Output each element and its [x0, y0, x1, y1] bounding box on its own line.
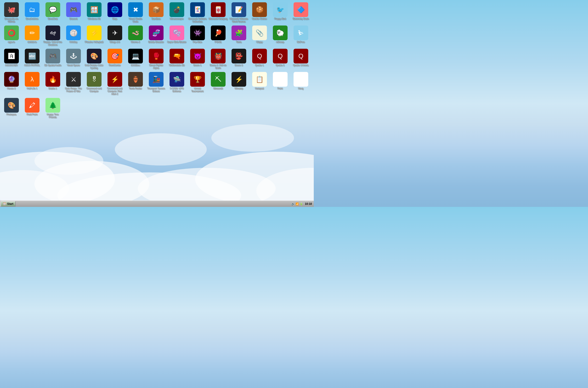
icon-cnc[interactable]: 🎖Command and Conquer — [84, 71, 105, 97]
icon-label-biolab: Biolab Disaster — [148, 41, 164, 44]
icon-img-photopea: 🎨 — [4, 98, 19, 113]
icon-pikachu[interactable]: ⚡Pikachu Volleyball — [84, 24, 105, 48]
icon-img-minesweeper: 💣 — [170, 2, 184, 17]
icon-htf[interactable]: 🌲Happy Tree Friends — [43, 97, 63, 120]
icon-img-hexen2: 🔮 — [4, 72, 19, 87]
icon-notepad[interactable]: 📋Notepad — [249, 71, 270, 97]
icon-98js[interactable]: 🌐98.js — [105, 1, 125, 24]
icon-geometry-dash[interactable]: 🔷Geometry Dash — [291, 1, 311, 24]
icon-cookie-clicker[interactable]: 🍪Cookie Clicker — [249, 1, 270, 24]
icon-pong[interactable]: 🏓PONG — [208, 24, 228, 48]
icon-label-notepad: Notepad — [255, 87, 264, 90]
icon-img-clippy: 📎 — [252, 25, 267, 40]
icon-img-voxel: 🕹 — [66, 49, 81, 63]
icon-raptor[interactable]: 🛩Raptor: Call of the Shadows — [43, 24, 63, 48]
icon-img-ascii-patrol: 🔤 — [25, 49, 40, 63]
icon-biolab[interactable]: 🧬Biolab Disaster — [146, 24, 166, 48]
icon-unreal[interactable]: 🏆Unreal Tournament — [187, 71, 208, 97]
icon-label-emupedia-github: Emupedia on GitHub — [2, 18, 21, 23]
icon-label-tomb-raider: Tomb Raider — [129, 87, 142, 90]
icon-label-3d-audio: 3D Spatial Audio — [44, 64, 61, 67]
icon-label-diablo: Diablo 1 — [49, 87, 57, 90]
icon-xcom[interactable]: 🛸X-COM: UFO Defense — [166, 71, 187, 97]
icon-superblob[interactable]: 🫧Super Blob Blaster — [166, 24, 187, 48]
icon-skribbl[interactable]: ✏skribbl.io — [22, 24, 43, 48]
icon-hexen2[interactable]: 🔮Hexen 2 — [1, 71, 22, 97]
icon-voxel[interactable]: 🕹Voxel Space — [63, 48, 84, 71]
icon-emuchat[interactable]: 💬EmuChat — [43, 1, 63, 24]
icon-photopea[interactable]: 🎨Photopea — [1, 97, 22, 120]
icon-label-worms: Worms 2 — [131, 41, 140, 44]
icon-fluid-paint[interactable]: 🖍Fluid Paint — [22, 97, 43, 120]
icon-label-agar: agar.io — [8, 41, 15, 44]
icon-minecraft[interactable]: ⛏Minecraft — [208, 71, 228, 97]
icon-img-wings: ✈ — [108, 25, 122, 40]
icon-discord[interactable]: 🎮Discord — [63, 1, 84, 24]
icon-label-htf: Happy Tree Friends — [43, 113, 63, 119]
icon-tomb-raider[interactable]: 🏺Tomb Raider — [125, 71, 146, 97]
icon-doom3[interactable]: 👺Doom 3 — [228, 48, 249, 71]
icon-minesweeper[interactable]: 💣Minesweeper — [166, 1, 187, 24]
icon-wolfenstein[interactable]: 🔫Wolfenstein 3D — [166, 48, 187, 71]
icon-ascii-patrol[interactable]: 🔤ASCII PATROL — [22, 48, 43, 71]
icon-halflife[interactable]: λHalf-Life 1 — [22, 71, 43, 97]
icon-asciicker[interactable]: 🅰ASCIICKER — [1, 48, 22, 71]
icon-transport[interactable]: 🚂Transport Tycoon Deluxe — [146, 71, 166, 97]
icon-label-xcom: X-COM: UFO Defense — [167, 87, 186, 93]
start-button[interactable]: 🪟 Start — [0, 201, 16, 207]
icon-label-wolfenstein: Wolfenstein 3D — [169, 64, 185, 67]
icon-emupedia-github[interactable]: 🐙Emupedia on GitHub — [1, 1, 22, 24]
network-icon[interactable]: 📶 — [296, 202, 299, 205]
icon-label-emuchat: EmuChat — [48, 18, 58, 21]
icon-skifree[interactable]: ⛷SkiFree — [291, 24, 311, 48]
icon-street-fighter[interactable]: 🥊Street Fighter Alpha — [146, 48, 166, 71]
icon-img-asciicker: 🅰 — [4, 49, 19, 63]
icon-diablo[interactable]: 🔥Diablo 1 — [43, 71, 63, 97]
icon-label-asciicker: ASCIICKER — [5, 64, 18, 67]
icon-quake2[interactable]: QQuake 2 — [270, 48, 291, 71]
speaker-icon[interactable]: 🔊 — [292, 202, 295, 205]
icon-dosbox[interactable]: 💻DOSBox — [125, 48, 146, 71]
icon-label-discord: Discord — [69, 18, 77, 21]
icon-img-sandbox: 📦 — [149, 2, 163, 17]
icon-pacman[interactable]: 👾Pac-Man — [187, 24, 208, 48]
icon-label-superblob: Super Blob Blaster — [167, 41, 186, 44]
icon-dark-reign[interactable]: ⚔Dark Reign: The Future of War — [63, 71, 84, 97]
icon-ms-word[interactable]: 📝Microsoft Ultimate Word Games — [228, 1, 249, 24]
icon-agar[interactable]: ⭕agar.io — [1, 24, 22, 48]
icon-img-romcenter: 🎯 — [108, 49, 122, 63]
icon-wings[interactable]: ✈Wings 2.0 — [105, 24, 125, 48]
icon-8bit[interactable]: 🎨8-bit Palette Color Cycling — [84, 48, 105, 71]
icon-doom1[interactable]: 👿Doom 1 — [187, 48, 208, 71]
icon-worms[interactable]: 🪱Worms 2 — [125, 24, 146, 48]
icon-cnc2[interactable]: ⚡Command and Conquer: Red Alert 2 — [105, 71, 125, 97]
icon-clippy[interactable]: 📎Clippy — [249, 24, 270, 48]
icon-label-dark-reign: Dark Reign: The Future of War — [64, 87, 83, 93]
icon-ms-solitaire[interactable]: 🃏Microsoft Solitaire Collection — [187, 1, 208, 24]
battery-icon[interactable]: 🔋 — [300, 202, 303, 205]
icon-romcenter[interactable]: 🎯RomCenter — [105, 48, 125, 71]
icon-label-street-fighter: Street Fighter Alpha — [147, 64, 166, 70]
icon-img-winamp: ⚡ — [231, 72, 246, 87]
clock: 10:10 — [305, 202, 312, 205]
icon-img-pong: 🏓 — [211, 25, 226, 40]
icon-ms-mahjong[interactable]: 🀄Microsoft Mahjong — [208, 1, 228, 24]
icon-emuarchive[interactable]: 🗂EmuArchive — [22, 1, 43, 24]
icon-quake3[interactable]: QQuake 3 Arena — [291, 48, 311, 71]
icon-label-8bit: 8-bit Palette Color Cycling — [85, 64, 104, 70]
icon-tetris[interactable]: 🧩Tetris — [228, 24, 249, 48]
icon-nvolley[interactable]: 🏐NVolley — [63, 24, 84, 48]
icon-label-skifree: SkiFree — [297, 41, 305, 44]
icon-sandbox[interactable]: 📦Sandbox — [146, 1, 166, 24]
icon-windows93[interactable]: 🪟Windows 93 — [84, 1, 105, 24]
icon-doom2[interactable]: 👹Doom 2: Hell on Earth — [208, 48, 228, 71]
icon-winamp[interactable]: ⚡Winamp — [228, 71, 249, 97]
icon-label-doom1: Doom 1 — [193, 64, 202, 67]
icon-quake1[interactable]: QQuake 1 — [249, 48, 270, 71]
icon-flappy-bird[interactable]: 🐦Flappy Bird — [270, 1, 291, 24]
icon-paint[interactable]: 🖌Paint — [270, 71, 291, 97]
icon-3d-audio[interactable]: 🎮3D Spatial Audio — [43, 48, 63, 71]
icon-nsvg[interactable]: NNsvg — [291, 71, 311, 97]
icon-vscode[interactable]: ✖Visual Studio Code — [125, 1, 146, 24]
icon-esheep[interactable]: 🐑eSheep — [270, 24, 291, 48]
